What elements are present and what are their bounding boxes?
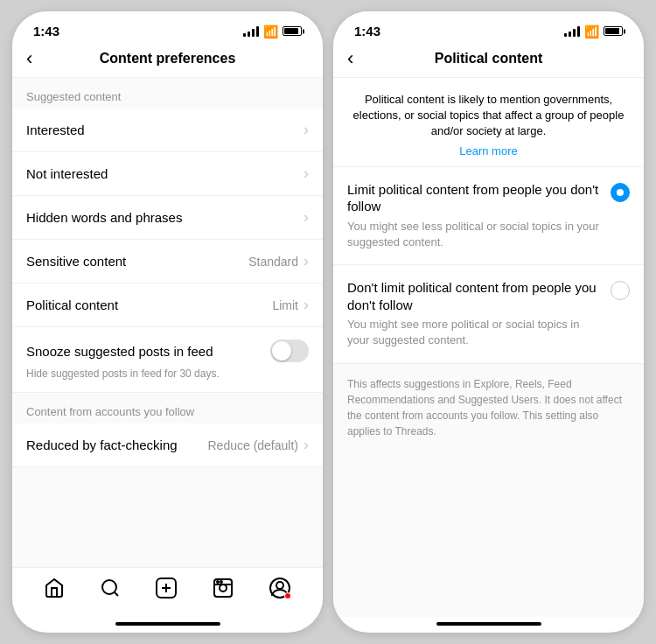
status-time-left: 1:43 [33, 24, 59, 38]
signal-bar-4 [256, 26, 259, 37]
page-title-left: Content preferences [100, 51, 236, 66]
menu-item-hidden-words-right: › [304, 208, 309, 227]
signal-bar-r1 [564, 33, 567, 37]
search-icon [100, 578, 121, 598]
status-icons-left: 📶 [243, 24, 302, 38]
radio-dont-limit-title: Don't limit political content from peopl… [347, 279, 600, 313]
menu-item-interested-right: › [304, 121, 309, 139]
signal-bars-right [564, 26, 580, 37]
menu-item-not-interested-title: Not interested [26, 166, 108, 181]
snooze-title: Snooze suggested posts in feed [26, 344, 213, 359]
signal-bar-r3 [573, 29, 576, 37]
radio-dont-limit-subtitle: You might see more political or social t… [347, 317, 600, 348]
section-label-suggested: Suggested content [12, 78, 323, 108]
home-indicator-right [436, 622, 541, 626]
radio-circle-limit[interactable] [611, 183, 630, 202]
radio-limit-title: Limit political content from people you … [347, 181, 600, 215]
chevron-hidden-words: › [304, 208, 309, 227]
battery-icon-right [604, 26, 623, 36]
svg-point-9 [220, 581, 222, 583]
nav-reels[interactable] [213, 578, 234, 598]
svg-point-11 [276, 582, 283, 589]
signal-bar-1 [243, 33, 246, 37]
menu-item-fact-checking-value: Reduce (default) [207, 438, 298, 452]
menu-item-fact-checking-left: Reduced by fact-checking [26, 438, 178, 452]
menu-item-not-interested-right: › [304, 164, 309, 183]
chevron-sensitive: › [304, 252, 309, 270]
signal-bars-left [243, 26, 259, 37]
screens-container: 1:43 📶 ‹ Content preferences Suggested c… [3, 3, 653, 641]
chevron-political: › [304, 296, 309, 314]
nav-header-left: ‹ Content preferences [12, 44, 323, 78]
menu-item-interested-title: Interested [26, 122, 85, 137]
radio-circle-dont-limit[interactable] [611, 281, 630, 300]
chevron-fact-checking: › [304, 436, 309, 454]
screen-content-right: Political content is likely to mention g… [333, 78, 644, 617]
radio-option-limit-text: Limit political content from people you … [347, 181, 600, 250]
menu-item-political[interactable]: Political content Limit › [12, 284, 323, 327]
affects-note: This affects suggestions in Explore, Ree… [333, 364, 644, 452]
political-description: Political content is likely to mention g… [333, 78, 644, 167]
back-button-left[interactable]: ‹ [26, 47, 32, 70]
nav-header-right: ‹ Political content [333, 44, 644, 78]
learn-more-link[interactable]: Learn more [351, 144, 626, 159]
svg-point-0 [102, 580, 116, 594]
menu-item-political-title: Political content [26, 298, 118, 312]
home-icon [44, 578, 65, 598]
nav-home[interactable] [44, 578, 65, 598]
radio-option-limit[interactable]: Limit political content from people you … [333, 167, 644, 265]
menu-item-sensitive-left: Sensitive content [26, 254, 126, 269]
radio-option-dont-limit[interactable]: Don't limit political content from peopl… [333, 265, 644, 363]
menu-item-sensitive[interactable]: Sensitive content Standard › [12, 240, 323, 284]
menu-item-hidden-words-left: Hidden words and phrases [26, 210, 182, 225]
wifi-icon-right: 📶 [584, 24, 599, 38]
snooze-subtitle: Hide suggested posts in feed for 30 days… [26, 368, 220, 380]
chevron-not-interested: › [304, 164, 309, 183]
snooze-toggle[interactable] [270, 340, 309, 362]
menu-item-sensitive-right: Standard › [248, 252, 309, 270]
status-time-right: 1:43 [354, 24, 380, 38]
nav-search[interactable] [100, 578, 121, 598]
menu-item-fact-checking-right: Reduce (default) › [207, 436, 309, 454]
chevron-interested: › [304, 121, 309, 139]
menu-item-fact-checking[interactable]: Reduced by fact-checking Reduce (default… [12, 424, 323, 467]
toggle-knob [272, 341, 291, 360]
menu-item-hidden-words[interactable]: Hidden words and phrases › [12, 196, 323, 240]
status-icons-right: 📶 [564, 24, 623, 38]
status-bar-right: 1:43 📶 [333, 11, 644, 44]
battery-fill-right [605, 28, 619, 34]
battery-fill-left [284, 28, 298, 34]
menu-item-sensitive-title: Sensitive content [26, 254, 126, 269]
menu-item-political-value: Limit [272, 298, 298, 312]
back-button-right[interactable]: ‹ [347, 47, 353, 70]
battery-icon-left [283, 26, 302, 36]
wifi-icon-left: 📶 [263, 24, 278, 38]
menu-item-interested-left: Interested [26, 122, 85, 137]
nav-profile[interactable] [269, 577, 291, 599]
radio-limit-subtitle: You might see less political or social t… [347, 219, 600, 250]
page-title-right: Political content [435, 51, 543, 66]
menu-item-not-interested-left: Not interested [26, 166, 108, 181]
menu-item-fact-checking-title: Reduced by fact-checking [26, 438, 178, 452]
menu-item-political-right: Limit › [272, 296, 309, 314]
nav-add[interactable] [155, 577, 178, 599]
menu-item-interested[interactable]: Interested › [12, 108, 323, 152]
svg-line-1 [114, 592, 117, 596]
reels-icon [213, 578, 234, 598]
bottom-nav-left [12, 567, 323, 617]
svg-point-6 [220, 584, 227, 592]
menu-item-snooze[interactable]: Snooze suggested posts in feed Hide sugg… [12, 327, 323, 393]
add-icon [155, 577, 178, 599]
screen-content-left: Suggested content Interested › Not inter… [12, 78, 323, 567]
signal-bar-2 [248, 32, 250, 37]
snooze-row: Snooze suggested posts in feed [26, 340, 309, 362]
status-bar-left: 1:43 📶 [12, 11, 323, 44]
menu-item-sensitive-value: Standard [248, 255, 298, 269]
home-indicator-left [115, 622, 220, 626]
radio-option-dont-limit-text: Don't limit political content from peopl… [347, 279, 600, 348]
menu-item-hidden-words-title: Hidden words and phrases [26, 210, 182, 225]
svg-point-8 [217, 581, 219, 583]
menu-item-not-interested[interactable]: Not interested › [12, 152, 323, 196]
section-label-follow: Content from accounts you follow [12, 393, 323, 424]
left-phone-screen: 1:43 📶 ‹ Content preferences Suggested c… [12, 11, 323, 633]
